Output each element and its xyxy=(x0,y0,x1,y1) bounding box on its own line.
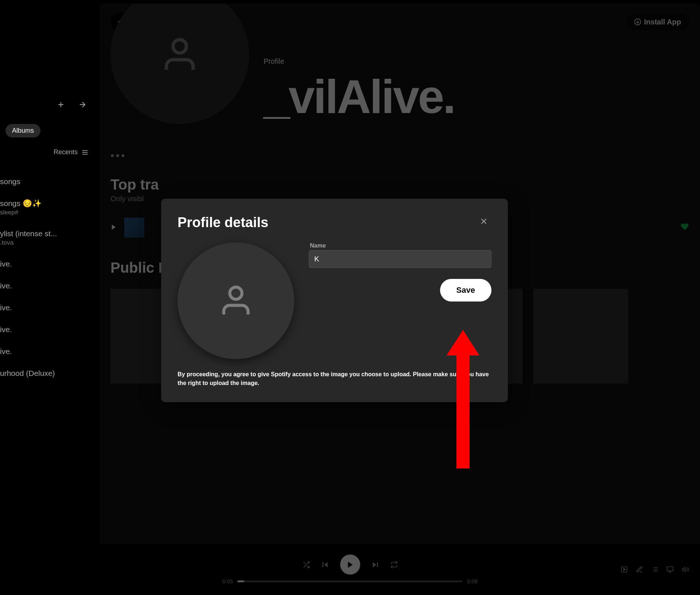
user-icon xyxy=(218,283,254,319)
albums-filter-pill[interactable]: Albums xyxy=(5,124,40,137)
sidebar-item-label: ive. xyxy=(0,303,96,312)
recents-sort[interactable]: Recents xyxy=(0,145,96,160)
save-button[interactable]: Save xyxy=(440,279,491,302)
sidebar-item-label: ive. xyxy=(0,260,96,268)
sidebar-item-label: songs xyxy=(0,177,96,186)
sidebar-item[interactable]: ylist (intense st....tova xyxy=(0,223,96,253)
sidebar-item[interactable]: ive. xyxy=(0,253,96,275)
sidebar-item-label: songs 😔✨ xyxy=(0,199,96,208)
expand-button[interactable] xyxy=(76,98,89,113)
sidebar-item-label: ive. xyxy=(0,281,96,290)
svg-point-12 xyxy=(230,287,242,299)
sidebar-item-sub: .tova xyxy=(0,239,96,246)
sidebar-item-sub: sleep# xyxy=(0,209,96,216)
profile-details-modal: Profile details Name Save By proceeding,… xyxy=(161,199,508,402)
sidebar-item[interactable]: songs xyxy=(0,171,96,192)
modal-title: Profile details xyxy=(178,215,268,230)
sidebar-item[interactable]: ive. xyxy=(0,297,96,319)
close-icon xyxy=(479,217,489,226)
sidebar-item[interactable]: ive. xyxy=(0,319,96,341)
sidebar-item[interactable]: ive. xyxy=(0,341,96,362)
sidebar-item[interactable]: urhood (Deluxe) xyxy=(0,362,96,384)
modal-avatar-upload[interactable] xyxy=(178,242,294,359)
sidebar-item-label: ylist (intense st... xyxy=(0,229,96,238)
sidebar-list: songs songs 😔✨ sleep# ylist (intense st.… xyxy=(0,171,96,384)
add-button[interactable] xyxy=(55,98,67,113)
close-button[interactable] xyxy=(476,213,491,232)
sidebar: Albums Recents songs songs 😔✨ sleep# yli… xyxy=(0,0,96,595)
modal-disclaimer: By proceeding, you agree to give Spotify… xyxy=(178,370,491,388)
list-icon xyxy=(81,149,89,156)
sidebar-item[interactable]: songs 😔✨ sleep# xyxy=(0,192,96,223)
sidebar-item[interactable]: ive. xyxy=(0,275,96,297)
sidebar-item-label: urhood (Deluxe) xyxy=(0,369,96,378)
recents-label: Recents xyxy=(54,148,78,156)
sidebar-item-label: ive. xyxy=(0,325,96,334)
name-input[interactable] xyxy=(309,250,491,268)
name-field-label: Name xyxy=(310,242,491,249)
sidebar-item-label: ive. xyxy=(0,347,96,356)
